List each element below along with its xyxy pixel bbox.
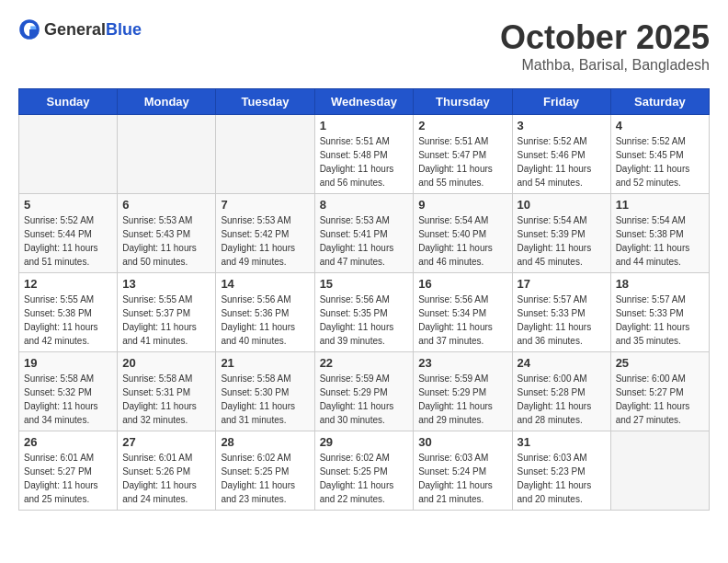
title-area: October 2025 Mathba, Barisal, Bangladesh [500,18,710,74]
calendar-day-header: Tuesday [216,89,314,115]
calendar-cell: 9Sunrise: 5:54 AM Sunset: 5:40 PM Daylig… [414,194,512,273]
day-number: 10 [518,198,606,212]
calendar-cell: 28Sunrise: 6:02 AM Sunset: 5:25 PM Dayli… [216,431,314,511]
day-info: Sunrise: 5:54 AM Sunset: 5:39 PM Dayligh… [518,213,606,269]
day-info: Sunrise: 5:54 AM Sunset: 5:38 PM Dayligh… [616,213,704,269]
calendar-week-row: 26Sunrise: 6:01 AM Sunset: 5:27 PM Dayli… [19,431,710,511]
day-number: 23 [418,356,506,370]
calendar-cell: 27Sunrise: 6:01 AM Sunset: 5:26 PM Dayli… [118,431,216,511]
calendar-week-row: 1Sunrise: 5:51 AM Sunset: 5:48 PM Daylig… [19,115,710,194]
day-info: Sunrise: 6:01 AM Sunset: 5:26 PM Dayligh… [122,451,210,506]
day-number: 17 [518,277,606,291]
day-info: Sunrise: 5:52 AM Sunset: 5:46 PM Dayligh… [518,134,606,190]
calendar-week-row: 12Sunrise: 5:55 AM Sunset: 5:38 PM Dayli… [19,273,710,352]
month-year-title: October 2025 [500,18,710,57]
calendar-cell: 1Sunrise: 5:51 AM Sunset: 5:48 PM Daylig… [314,115,414,194]
day-info: Sunrise: 6:03 AM Sunset: 5:24 PM Dayligh… [418,451,506,506]
calendar-day-header: Saturday [610,89,709,115]
page-header: GeneralBlue October 2025 Mathba, Barisal… [18,18,710,74]
calendar-cell: 8Sunrise: 5:53 AM Sunset: 5:41 PM Daylig… [314,194,414,273]
day-number: 19 [24,356,112,370]
calendar-cell: 26Sunrise: 6:01 AM Sunset: 5:27 PM Dayli… [19,431,118,511]
day-number: 18 [616,277,704,291]
calendar-cell: 10Sunrise: 5:54 AM Sunset: 5:39 PM Dayli… [512,194,610,273]
calendar-cell [118,115,216,194]
day-number: 29 [320,435,409,449]
day-number: 1 [320,119,409,132]
calendar-cell: 30Sunrise: 6:03 AM Sunset: 5:24 PM Dayli… [414,431,512,511]
calendar-day-header: Friday [512,89,610,115]
calendar-cell: 16Sunrise: 5:56 AM Sunset: 5:34 PM Dayli… [414,273,512,352]
day-number: 3 [518,119,606,132]
calendar-cell: 24Sunrise: 6:00 AM Sunset: 5:28 PM Dayli… [512,352,610,431]
calendar-week-row: 19Sunrise: 5:58 AM Sunset: 5:32 PM Dayli… [19,352,710,431]
day-number: 9 [418,198,506,212]
day-number: 28 [221,435,309,449]
day-info: Sunrise: 5:55 AM Sunset: 5:38 PM Dayligh… [24,293,112,348]
calendar-cell: 14Sunrise: 5:56 AM Sunset: 5:36 PM Dayli… [216,273,314,352]
calendar-cell: 5Sunrise: 5:52 AM Sunset: 5:44 PM Daylig… [19,194,118,273]
day-number: 12 [24,277,112,291]
calendar-cell: 7Sunrise: 5:53 AM Sunset: 5:42 PM Daylig… [216,194,314,273]
calendar-cell: 20Sunrise: 5:58 AM Sunset: 5:31 PM Dayli… [118,352,216,431]
calendar-cell [19,115,118,194]
logo: GeneralBlue [18,18,142,40]
day-number: 30 [418,435,506,449]
day-info: Sunrise: 6:02 AM Sunset: 5:25 PM Dayligh… [221,451,309,506]
day-number: 7 [221,198,309,212]
day-number: 26 [24,435,112,449]
day-number: 24 [518,356,606,370]
day-info: Sunrise: 6:03 AM Sunset: 5:23 PM Dayligh… [518,451,606,506]
calendar-cell: 3Sunrise: 5:52 AM Sunset: 5:46 PM Daylig… [512,115,610,194]
calendar-cell: 4Sunrise: 5:52 AM Sunset: 5:45 PM Daylig… [610,115,709,194]
logo-icon [18,18,40,40]
day-number: 8 [320,198,409,212]
day-number: 11 [616,198,704,212]
calendar-week-row: 5Sunrise: 5:52 AM Sunset: 5:44 PM Daylig… [19,194,710,273]
calendar-day-header: Sunday [19,89,118,115]
day-info: Sunrise: 5:56 AM Sunset: 5:36 PM Dayligh… [221,293,309,348]
day-info: Sunrise: 5:53 AM Sunset: 5:42 PM Dayligh… [221,213,309,269]
day-number: 2 [418,119,506,132]
calendar-cell [216,115,314,194]
day-number: 16 [418,277,506,291]
day-number: 27 [122,435,210,449]
day-number: 14 [221,277,309,291]
calendar-cell: 31Sunrise: 6:03 AM Sunset: 5:23 PM Dayli… [512,431,610,511]
calendar-cell: 18Sunrise: 5:57 AM Sunset: 5:33 PM Dayli… [610,273,709,352]
calendar-cell: 15Sunrise: 5:56 AM Sunset: 5:35 PM Dayli… [314,273,414,352]
location-subtitle: Mathba, Barisal, Bangladesh [500,57,710,74]
day-info: Sunrise: 5:57 AM Sunset: 5:33 PM Dayligh… [616,293,704,348]
day-info: Sunrise: 5:58 AM Sunset: 5:31 PM Dayligh… [122,372,210,427]
day-info: Sunrise: 5:53 AM Sunset: 5:43 PM Dayligh… [122,213,210,269]
day-info: Sunrise: 5:56 AM Sunset: 5:35 PM Dayligh… [320,293,409,348]
calendar-cell: 19Sunrise: 5:58 AM Sunset: 5:32 PM Dayli… [19,352,118,431]
day-info: Sunrise: 6:01 AM Sunset: 5:27 PM Dayligh… [24,451,112,506]
calendar-cell: 13Sunrise: 5:55 AM Sunset: 5:37 PM Dayli… [118,273,216,352]
day-info: Sunrise: 5:51 AM Sunset: 5:47 PM Dayligh… [418,134,506,190]
day-number: 4 [616,119,704,132]
day-info: Sunrise: 5:55 AM Sunset: 5:37 PM Dayligh… [122,293,210,348]
day-number: 13 [122,277,210,291]
calendar-cell: 17Sunrise: 5:57 AM Sunset: 5:33 PM Dayli… [512,273,610,352]
day-info: Sunrise: 5:52 AM Sunset: 5:44 PM Dayligh… [24,213,112,269]
day-number: 25 [616,356,704,370]
calendar-day-header: Thursday [414,89,512,115]
logo-text-general: General [44,20,106,39]
calendar-cell: 12Sunrise: 5:55 AM Sunset: 5:38 PM Dayli… [19,273,118,352]
calendar-cell: 11Sunrise: 5:54 AM Sunset: 5:38 PM Dayli… [610,194,709,273]
day-number: 15 [320,277,409,291]
calendar-cell: 2Sunrise: 5:51 AM Sunset: 5:47 PM Daylig… [414,115,512,194]
day-info: Sunrise: 5:59 AM Sunset: 5:29 PM Dayligh… [418,372,506,427]
calendar-cell: 22Sunrise: 5:59 AM Sunset: 5:29 PM Dayli… [314,352,414,431]
day-info: Sunrise: 6:00 AM Sunset: 5:27 PM Dayligh… [616,372,704,427]
day-info: Sunrise: 5:51 AM Sunset: 5:48 PM Dayligh… [320,134,409,190]
day-info: Sunrise: 5:56 AM Sunset: 5:34 PM Dayligh… [418,293,506,348]
day-number: 22 [320,356,409,370]
day-number: 31 [518,435,606,449]
day-info: Sunrise: 5:59 AM Sunset: 5:29 PM Dayligh… [320,372,409,427]
day-number: 6 [122,198,210,212]
calendar-day-header: Monday [118,89,216,115]
calendar-cell: 25Sunrise: 6:00 AM Sunset: 5:27 PM Dayli… [610,352,709,431]
day-number: 21 [221,356,309,370]
